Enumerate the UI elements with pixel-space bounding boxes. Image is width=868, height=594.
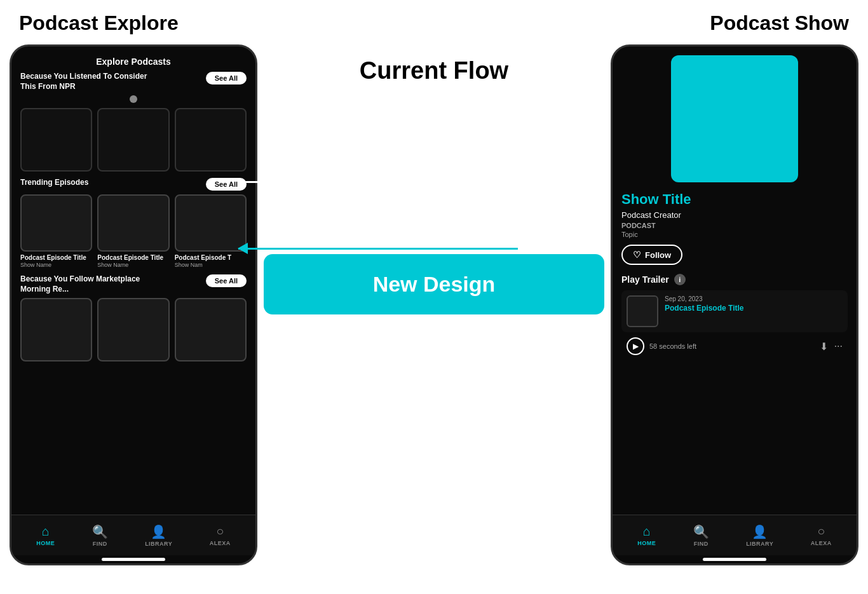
episode-title-1: Podcast Episode Title (20, 254, 92, 262)
show-page-title: Podcast Show (710, 11, 849, 35)
home-icon-show: ⌂ (643, 524, 651, 539)
explore-page-title: Podcast Explore (19, 11, 179, 35)
episode-thumbnail (627, 295, 658, 327)
episode-time: 58 seconds left (649, 342, 815, 350)
episode-show-2: Show Name (97, 262, 169, 268)
episode-actions: ⬇ ··· (820, 341, 843, 353)
show-content: Show Title Podcast Creator PODCAST Topic… (613, 46, 857, 515)
follow-card-2 (97, 298, 169, 361)
because-see-all-button[interactable]: See All (206, 72, 247, 84)
episode-thumb-1 (20, 194, 92, 252)
show-nav-find[interactable]: 🔍 FIND (693, 524, 709, 547)
follow-button[interactable]: ♡ Follow (621, 245, 682, 265)
show-home-indicator (703, 558, 766, 561)
trending-row: Trending Episodes See All (20, 178, 247, 191)
episode-title-text: Podcast Episode Title (665, 304, 843, 314)
show-phone-inner: Show Title Podcast Creator PODCAST Topic… (613, 46, 857, 564)
explore-nav-library[interactable]: 👤 LIBRARY (145, 524, 172, 547)
home-icon: ⌂ (42, 524, 50, 539)
explore-nav-alexa[interactable]: ○ ALEXA (210, 524, 231, 546)
show-podcast-label: PODCAST (621, 222, 848, 229)
episode-thumb-3 (175, 194, 247, 252)
because-cards-row (20, 108, 247, 172)
follow-row: Because You Follow Marketplace Morning R… (20, 274, 247, 294)
follow-label: Because You Follow Marketplace Morning R… (20, 274, 147, 294)
show-title: Show Title (621, 191, 848, 208)
follow-see-all-button[interactable]: See All (206, 274, 247, 287)
info-icon[interactable]: i (674, 274, 686, 285)
trending-label: Trending Episodes (20, 178, 88, 188)
episode-row: Sep 20, 2023 Podcast Episode Title (621, 290, 848, 332)
nav-alexa-label: ALEXA (210, 540, 231, 546)
explore-podcasts-title: Explore Podcasts (20, 57, 247, 67)
show-nav-home[interactable]: ⌂ HOME (637, 524, 656, 546)
alexa-icon-show: ○ (817, 524, 825, 539)
follow-card-3 (175, 298, 247, 361)
episode-card-3: Podcast Episode T Show Nam (175, 194, 247, 268)
episode-card-1: Podcast Episode Title Show Name (20, 194, 92, 268)
play-button[interactable]: ▶ (627, 337, 644, 355)
play-trailer-row: Play Trailer i (621, 274, 848, 285)
trending-section: Trending Episodes See All Podcast Episod… (20, 178, 247, 268)
show-bottom-nav: ⌂ HOME 🔍 FIND 👤 LIBRARY ○ ALEXA (613, 515, 857, 555)
episode-controls: ▶ 58 seconds left ⬇ ··· (621, 337, 848, 360)
nav-home-label: HOME (36, 540, 55, 546)
episode-card-2: Podcast Episode Title Show Name (97, 194, 169, 268)
episode-date: Sep 20, 2023 (665, 295, 843, 302)
left-arrow (238, 248, 518, 250)
scroll-indicator (130, 95, 137, 103)
nav-find-label: FIND (93, 541, 107, 547)
show-nav-library[interactable]: 👤 LIBRARY (746, 524, 773, 547)
show-artwork (671, 55, 798, 182)
follow-section: Because You Follow Marketplace Morning R… (20, 274, 247, 361)
episode-thumb-2 (97, 194, 169, 252)
more-icon[interactable]: ··· (834, 341, 843, 353)
trending-cards: Podcast Episode Title Show Name Podcast … (20, 194, 247, 268)
download-icon[interactable]: ⬇ (820, 341, 828, 353)
explore-nav-home[interactable]: ⌂ HOME (36, 524, 55, 546)
explore-content: Explore Podcasts Because You Listened To… (11, 46, 255, 515)
current-flow-label: Current Flow (360, 57, 508, 84)
explore-phone-frame: Explore Podcasts Because You Listened To… (10, 44, 257, 565)
explore-home-indicator (102, 558, 165, 561)
new-design-button[interactable]: New Design (264, 254, 604, 314)
library-icon: 👤 (151, 524, 166, 539)
show-nav-home-label: HOME (637, 540, 656, 546)
follow-button-label: Follow (645, 250, 671, 260)
card-1 (20, 108, 92, 172)
card-3 (175, 108, 247, 172)
show-creator: Podcast Creator (621, 210, 848, 220)
nav-library-label: LIBRARY (145, 541, 172, 547)
show-nav-library-label: LIBRARY (746, 541, 773, 547)
episode-info: Sep 20, 2023 Podcast Episode Title (665, 295, 843, 314)
explore-phone-inner: Explore Podcasts Because You Listened To… (11, 46, 255, 564)
show-phone-frame: Show Title Podcast Creator PODCAST Topic… (611, 44, 858, 565)
explore-bottom-nav: ⌂ HOME 🔍 FIND 👤 LIBRARY ○ ALEXA (11, 515, 255, 555)
because-label: Because You Listened To Consider This Fr… (20, 72, 147, 91)
show-nav-alexa-label: ALEXA (811, 540, 832, 546)
trending-see-all-button[interactable]: See All (206, 178, 247, 191)
episode-title-3: Podcast Episode T (175, 254, 247, 262)
follow-cards-row (20, 298, 247, 361)
show-topic: Topic (621, 231, 848, 238)
find-icon: 🔍 (92, 524, 108, 539)
explore-nav-find[interactable]: 🔍 FIND (92, 524, 108, 547)
find-icon-show: 🔍 (693, 524, 709, 539)
show-nav-alexa[interactable]: ○ ALEXA (811, 524, 832, 546)
because-section-row: Because You Listened To Consider This Fr… (20, 72, 247, 91)
heart-icon: ♡ (633, 250, 641, 260)
follow-card-1 (20, 298, 92, 361)
right-arrow (238, 181, 600, 183)
card-2 (97, 108, 169, 172)
library-icon-show: 👤 (752, 524, 768, 539)
show-nav-find-label: FIND (694, 541, 709, 547)
play-trailer-label: Play Trailer (621, 274, 669, 285)
episode-title-2: Podcast Episode Title (97, 254, 169, 262)
episode-show-1: Show Name (20, 262, 92, 268)
alexa-icon: ○ (216, 524, 224, 539)
episode-show-3: Show Nam (175, 262, 247, 268)
flow-area: Current Flow (261, 44, 607, 594)
